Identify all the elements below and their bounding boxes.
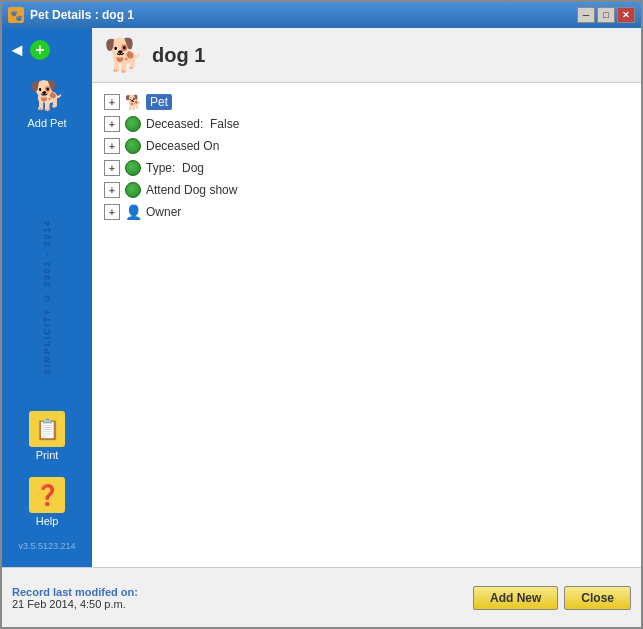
back-arrow-icon[interactable]: ◄ — [8, 40, 26, 61]
tree-item-type[interactable]: + Type: Dog — [104, 157, 629, 179]
sidebar-item-print[interactable]: 📋 Print — [7, 405, 87, 467]
add-pet-plus-button[interactable]: + — [30, 40, 50, 60]
help-label: Help — [36, 515, 59, 527]
tree-item-deceased-on[interactable]: + Deceased On — [104, 135, 629, 157]
add-pet-label: Add Pet — [27, 117, 66, 129]
attend-tree-icon — [124, 181, 142, 199]
minimize-button[interactable]: ─ — [577, 7, 595, 23]
print-icon: 📋 — [29, 411, 65, 447]
main-content: SIMPLICITY © 2002 - 2014 ◄ + 🐕 Add Pet 📋… — [2, 28, 641, 567]
tree-expand-deceased[interactable]: + — [104, 116, 120, 132]
tree-content: + 🐕 Pet + Deceased: False + Deceased On — [92, 83, 641, 567]
sidebar-item-help[interactable]: ❓ Help — [7, 471, 87, 533]
window-title: Pet Details : dog 1 — [30, 8, 134, 22]
owner-tree-icon: 👤 — [124, 203, 142, 221]
title-bar-buttons: ─ □ ✕ — [577, 7, 635, 23]
tree-label-attend: Attend Dog show — [146, 183, 237, 197]
right-panel: 🐕 dog 1 + 🐕 Pet + Deceased: False — [92, 28, 641, 567]
deceased-tree-icon — [124, 115, 142, 133]
sidebar-top: ◄ + — [2, 36, 92, 65]
help-icon: ❓ — [29, 477, 65, 513]
tree-label-deceased: Deceased: False — [146, 117, 239, 131]
tree-expand-deceased-on[interactable]: + — [104, 138, 120, 154]
deceased-on-tree-icon — [124, 137, 142, 155]
close-button[interactable]: Close — [564, 586, 631, 610]
maximize-button[interactable]: □ — [597, 7, 615, 23]
tree-label-pet: Pet — [146, 94, 172, 110]
title-bar: 🐾 Pet Details : dog 1 ─ □ ✕ — [2, 2, 641, 28]
tree-item-deceased[interactable]: + Deceased: False — [104, 113, 629, 135]
tree-expand-attend[interactable]: + — [104, 182, 120, 198]
tree-expand-pet[interactable]: + — [104, 94, 120, 110]
add-new-button[interactable]: Add New — [473, 586, 558, 610]
tree-item-owner[interactable]: + 👤 Owner — [104, 201, 629, 223]
pet-tree-icon: 🐕 — [124, 93, 142, 111]
tree-expand-type[interactable]: + — [104, 160, 120, 176]
status-bar: Record last modifed on: 21 Feb 2014, 4:5… — [2, 567, 641, 627]
modified-label: Record last modifed on: — [12, 586, 138, 598]
title-bar-left: 🐾 Pet Details : dog 1 — [8, 7, 134, 23]
window-close-button[interactable]: ✕ — [617, 7, 635, 23]
panel-title: dog 1 — [152, 44, 205, 67]
type-tree-icon — [124, 159, 142, 177]
tree-label-deceased-on: Deceased On — [146, 139, 219, 153]
tree-item-attend-dog-show[interactable]: + Attend Dog show — [104, 179, 629, 201]
modified-value: 21 Feb 2014, 4:50 p.m. — [12, 598, 138, 610]
tree-expand-owner[interactable]: + — [104, 204, 120, 220]
status-buttons: Add New Close — [473, 586, 631, 610]
sidebar-item-add-pet[interactable]: 🐕 Add Pet — [7, 69, 87, 135]
add-pet-icon: 🐕 — [27, 75, 67, 115]
print-label: Print — [36, 449, 59, 461]
version-text: v3.5.5123.214 — [18, 541, 75, 551]
window-icon: 🐾 — [8, 7, 24, 23]
tree-item-pet[interactable]: + 🐕 Pet — [104, 91, 629, 113]
panel-header: 🐕 dog 1 — [92, 28, 641, 83]
sidebar-bottom: 📋 Print ❓ Help v3.5.5123.214 — [2, 405, 92, 559]
pet-header-icon: 🐕 — [104, 36, 144, 74]
status-info: Record last modifed on: 21 Feb 2014, 4:5… — [12, 586, 138, 610]
tree-label-type: Type: Dog — [146, 161, 204, 175]
sidebar: SIMPLICITY © 2002 - 2014 ◄ + 🐕 Add Pet 📋… — [2, 28, 92, 567]
tree-label-owner: Owner — [146, 205, 181, 219]
main-window: 🐾 Pet Details : dog 1 ─ □ ✕ SIMPLICITY ©… — [0, 0, 643, 629]
